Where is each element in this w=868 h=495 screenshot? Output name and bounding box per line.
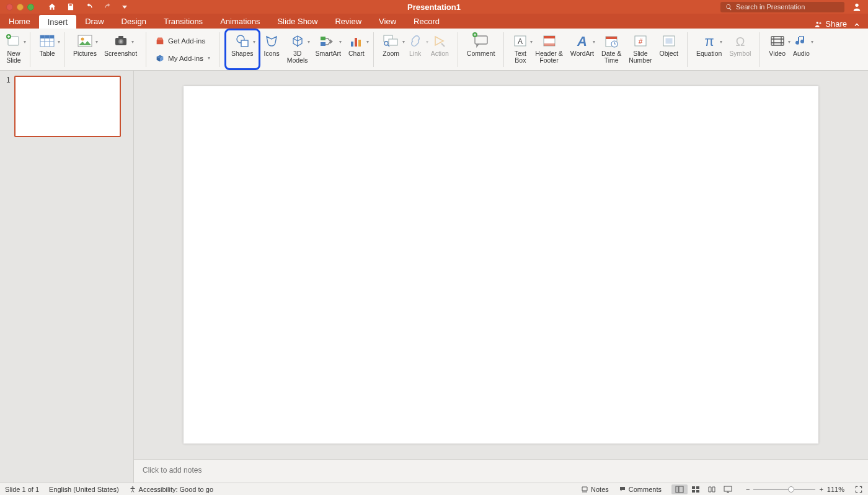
share-button[interactable]: Share xyxy=(810,19,851,29)
slide-1[interactable] xyxy=(184,86,818,444)
svg-rect-47 xyxy=(724,486,732,491)
thumbnail-number: 1 xyxy=(6,76,11,84)
header-footer-button[interactable]: Header & Footer xyxy=(531,31,566,68)
svg-rect-16 xyxy=(351,42,353,47)
comments-label: Comments xyxy=(629,486,662,493)
wordart-label: WordArt xyxy=(570,50,594,57)
normal-view-button[interactable] xyxy=(671,484,688,494)
tab-animations[interactable]: Animations xyxy=(211,14,268,29)
smartart-button[interactable]: ▾ SmartArt xyxy=(312,31,345,68)
tab-draw[interactable]: Draw xyxy=(76,14,112,29)
link-label: Link xyxy=(409,50,421,57)
audio-button[interactable]: ▾ Audio xyxy=(789,31,813,68)
notes-pane[interactable]: Click to add notes xyxy=(134,459,868,483)
slide-number-label: Slide Number xyxy=(629,50,652,64)
undo-icon[interactable] xyxy=(85,2,94,11)
editor-canvas: Click to add notes xyxy=(134,71,868,483)
search-input[interactable]: Search in Presentation xyxy=(720,2,844,12)
quick-access-toolbar xyxy=(48,2,127,11)
save-icon[interactable] xyxy=(66,2,75,11)
svg-rect-42 xyxy=(679,486,683,493)
slide-sorter-view-button[interactable] xyxy=(688,484,704,494)
link-button: ▾ Link xyxy=(404,31,427,68)
svg-point-40 xyxy=(132,486,133,488)
slideshow-view-button[interactable] xyxy=(720,484,736,494)
text-box-button[interactable]: A ▾ Text Box xyxy=(509,31,531,68)
svg-point-1 xyxy=(817,21,819,24)
tab-transitions[interactable]: Transitions xyxy=(155,14,211,29)
table-button[interactable]: ▾ Table xyxy=(35,31,59,68)
svg-text:π: π xyxy=(704,33,714,48)
notes-label: Notes xyxy=(591,486,609,493)
svg-rect-5 xyxy=(40,35,54,38)
pictures-button[interactable]: ▾ Pictures xyxy=(69,31,100,68)
date-time-button[interactable]: Date & Time xyxy=(598,31,625,68)
home-icon[interactable] xyxy=(48,2,56,11)
close-window-button[interactable] xyxy=(6,4,13,11)
slide-number-button[interactable]: # Slide Number xyxy=(625,31,655,68)
tab-insert[interactable]: Insert xyxy=(39,15,77,29)
svg-rect-11 xyxy=(118,36,123,38)
comments-icon xyxy=(619,486,626,493)
slide-indicator[interactable]: Slide 1 of 1 xyxy=(5,486,39,493)
new-slide-button[interactable]: ▾ New Slide xyxy=(2,31,25,68)
comments-toggle[interactable]: Comments xyxy=(619,486,662,493)
icons-button[interactable]: Icons xyxy=(260,31,283,68)
svg-point-0 xyxy=(855,4,858,7)
symbol-label: Symbol xyxy=(729,50,751,57)
smartart-label: SmartArt xyxy=(316,50,341,57)
video-button[interactable]: ▾ Video xyxy=(765,31,789,68)
zoom-percent[interactable]: 111% xyxy=(827,486,844,493)
fit-to-window-button[interactable] xyxy=(854,485,863,494)
comment-button[interactable]: Comment xyxy=(463,31,499,68)
ribbon-insert: ▾ New Slide ▾ Table ▾ Pictures ▾ xyxy=(0,29,868,71)
tab-view[interactable]: View xyxy=(370,14,405,29)
tab-record[interactable]: Record xyxy=(405,14,448,29)
reading-view-button[interactable] xyxy=(704,484,720,494)
zoom-in-button[interactable]: + xyxy=(819,486,823,493)
collapse-ribbon-button[interactable] xyxy=(851,21,868,29)
chart-button[interactable]: ▾ Chart xyxy=(345,31,368,68)
3d-models-button[interactable]: ▾ 3D Models xyxy=(283,31,312,68)
share-label: Share xyxy=(825,19,847,29)
shapes-button[interactable]: ▾ Shapes xyxy=(228,31,257,68)
new-slide-label: New Slide xyxy=(6,50,20,64)
screenshot-label: Screenshot xyxy=(104,50,137,57)
zoom-button[interactable]: ▾ Zoom xyxy=(379,31,404,68)
wordart-button[interactable]: A ▾ WordArt xyxy=(567,31,598,68)
thumbnail-preview xyxy=(14,76,121,137)
qat-customize-dropdown[interactable] xyxy=(122,6,127,9)
my-addins-label: My Add-ins xyxy=(168,55,203,62)
user-account-icon[interactable] xyxy=(852,2,862,12)
zoom-slider[interactable] xyxy=(753,489,815,490)
my-addins-button[interactable]: My Add-ins ▾ xyxy=(151,50,214,66)
redo-icon[interactable] xyxy=(104,2,112,11)
minimize-window-button[interactable] xyxy=(17,4,24,11)
zoom-window-button[interactable] xyxy=(27,4,34,11)
zoom-out-button[interactable]: − xyxy=(746,486,750,493)
object-button[interactable]: Object xyxy=(656,31,682,68)
tab-design[interactable]: Design xyxy=(113,14,155,29)
zoom-label: Zoom xyxy=(383,50,399,57)
screenshot-button[interactable]: ▾ Screenshot xyxy=(100,31,141,68)
svg-rect-31 xyxy=(606,37,617,39)
notes-toggle[interactable]: Notes xyxy=(581,486,609,493)
status-bar: Slide 1 of 1 English (United States) Acc… xyxy=(0,483,868,495)
tab-home[interactable]: Home xyxy=(0,14,39,29)
3d-models-label: 3D Models xyxy=(287,50,308,64)
shapes-highlight: ▾ Shapes xyxy=(224,29,260,70)
slide-stage[interactable] xyxy=(134,71,868,459)
tab-slide-show[interactable]: Slide Show xyxy=(268,14,326,29)
text-box-label: Text Box xyxy=(515,50,526,64)
equation-button[interactable]: π ▾ Equation xyxy=(693,31,725,68)
accessibility-status[interactable]: Accessibility: Good to go xyxy=(129,486,213,493)
svg-text:A: A xyxy=(577,33,587,48)
language-indicator[interactable]: English (United States) xyxy=(49,486,119,493)
share-icon xyxy=(814,20,823,29)
slide-thumbnail-1[interactable]: 1 xyxy=(6,76,127,137)
svg-rect-17 xyxy=(355,38,357,47)
search-placeholder: Search in Presentation xyxy=(736,3,805,11)
tab-review[interactable]: Review xyxy=(326,14,370,29)
get-addins-button[interactable]: Get Add-ins xyxy=(151,33,214,49)
svg-rect-27 xyxy=(544,36,555,38)
